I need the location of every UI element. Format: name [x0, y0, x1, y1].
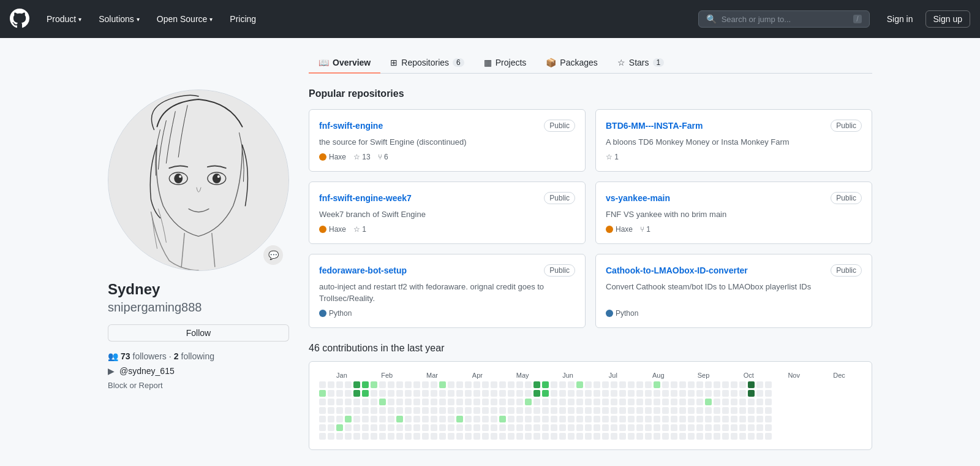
graph-cell [671, 407, 677, 414]
repo-lang: Python [319, 309, 352, 318]
repo-name[interactable]: fedoraware-bot-setup [319, 265, 407, 275]
graph-cell [654, 424, 660, 431]
repo-name[interactable]: fnf-swift-engine-week7 [319, 193, 412, 203]
opensource-menu[interactable]: Open Source ▾ [149, 9, 221, 29]
graph-cell [611, 390, 617, 397]
graph-week [388, 381, 394, 440]
graph-cell [748, 407, 755, 414]
tab-projects[interactable]: ▦ Projects [474, 53, 537, 74]
graph-cell [645, 416, 652, 422]
graph-cell [568, 424, 575, 431]
graph-cell [465, 399, 472, 405]
graph-cell [559, 416, 566, 422]
graph-cell [739, 381, 746, 388]
graph-cell [722, 390, 729, 397]
graph-cell [568, 433, 575, 440]
search-bar[interactable]: 🔍 Search or jump to... / [698, 10, 870, 28]
repo-card-header: fnf-swift-engine Public [319, 120, 575, 132]
graph-cell [602, 407, 609, 414]
contributions-section: 46 contributions in the last year JanFeb… [309, 343, 872, 450]
graph-cell [362, 424, 369, 431]
block-report-link[interactable]: Block or Report [108, 381, 289, 390]
graph-cell [628, 416, 635, 422]
repo-name[interactable]: BTD6-MM---INSTA-Farm [606, 121, 703, 131]
graph-cell [645, 390, 652, 397]
graph-cell [679, 407, 686, 414]
graph-cell [756, 390, 763, 397]
github-logo[interactable] [10, 9, 29, 30]
repo-name[interactable]: Cathook-to-LMAObox-ID-converter [606, 265, 748, 275]
repo-lang: Haxe [319, 225, 346, 234]
tab-stars[interactable]: ☆ Stars 1 [608, 53, 674, 74]
graph-cell [319, 381, 326, 388]
graph-cell [456, 399, 463, 405]
graph-cell [671, 416, 677, 422]
tab-repositories[interactable]: ⊞ Repositories 6 [380, 53, 474, 74]
following-link[interactable]: 2 [174, 351, 179, 361]
graph-cell [765, 433, 772, 440]
profile-tabs: 📖 Overview ⊞ Repositories 6 ▦ Projects 📦… [309, 53, 872, 74]
graph-week [542, 381, 549, 440]
graph-grid [319, 381, 862, 440]
repo-card: vs-yankee-main Public FNF VS yankee with… [595, 181, 872, 244]
graph-cell [396, 399, 403, 405]
graph-week [371, 381, 377, 440]
graph-week [491, 381, 497, 440]
tab-overview[interactable]: 📖 Overview [309, 53, 380, 74]
graph-cell [542, 416, 549, 422]
package-icon: 📦 [546, 58, 556, 67]
graph-cell [319, 433, 326, 440]
graph-cell [473, 381, 480, 388]
graph-month: Nov [771, 372, 816, 379]
product-menu[interactable]: Product ▾ [39, 9, 89, 29]
graph-cell [388, 390, 394, 397]
graph-week [405, 381, 412, 440]
signin-link[interactable]: Sign in [880, 11, 921, 27]
repo-name[interactable]: fnf-swift-engine [319, 121, 383, 131]
graph-cell [696, 399, 703, 405]
graph-cell [388, 424, 394, 431]
graph-cell [328, 424, 334, 431]
opensource-label: Open Source [157, 14, 208, 24]
graph-cell [336, 416, 343, 422]
followers-link[interactable]: 73 [121, 351, 130, 361]
graph-cell [611, 424, 617, 431]
graph-cell [448, 399, 454, 405]
graph-week [662, 381, 669, 440]
graph-cell [422, 433, 429, 440]
graph-cell [551, 433, 557, 440]
graph-cell [508, 416, 514, 422]
signup-button[interactable]: Sign up [925, 10, 970, 28]
pricing-link[interactable]: Pricing [222, 9, 263, 29]
search-shortcut: / [853, 15, 861, 23]
main-content: 📖 Overview ⊞ Repositories 6 ▦ Projects 📦… [289, 53, 872, 450]
chat-bubble-icon: 💬 [263, 245, 283, 265]
graph-cell [405, 381, 412, 388]
graph-cell [576, 399, 583, 405]
graph-cell [628, 433, 635, 440]
graph-cell [533, 424, 540, 431]
follow-button[interactable]: Follow [108, 324, 289, 342]
repo-name[interactable]: vs-yankee-main [606, 193, 670, 203]
graph-cell [756, 399, 763, 405]
youtube-link[interactable]: @sydney_615 [119, 366, 175, 376]
solutions-menu[interactable]: Solutions ▾ [91, 9, 147, 29]
graph-cell [645, 424, 652, 431]
graph-cell [482, 381, 489, 388]
tab-projects-label: Projects [496, 58, 527, 67]
graph-cell [345, 381, 352, 388]
graph-week [336, 381, 343, 440]
username-handle: snipergaming888 [108, 300, 289, 315]
star-icon: ☆ [617, 58, 625, 67]
graph-week [551, 381, 557, 440]
graph-cell [499, 381, 506, 388]
graph-week [465, 381, 472, 440]
contributions-graph: JanFebMarAprMayJunJulAugSepOctNovDec [309, 361, 872, 450]
graph-week [636, 381, 643, 440]
graph-cell [499, 433, 506, 440]
tab-packages[interactable]: 📦 Packages [536, 53, 607, 74]
graph-month: Aug [636, 372, 681, 379]
graph-cell [594, 416, 600, 422]
graph-cell [371, 399, 377, 405]
graph-cell [456, 424, 463, 431]
